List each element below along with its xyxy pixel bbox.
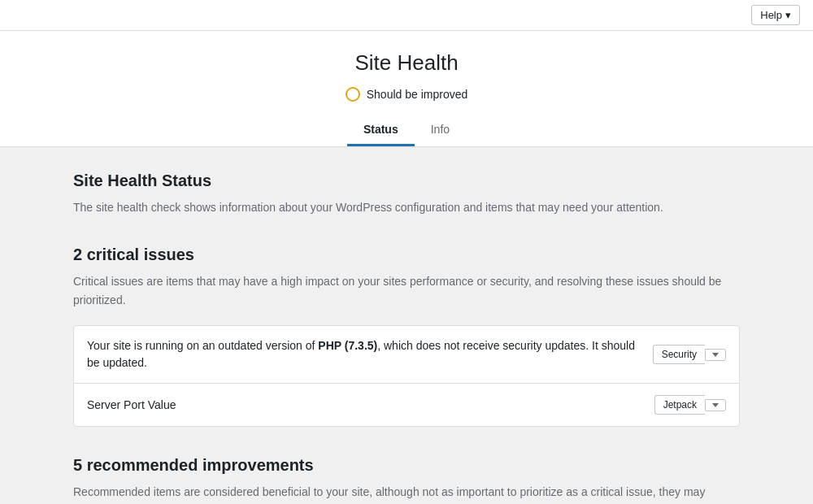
main-content: Site Health Status The site health check… xyxy=(57,147,756,504)
critical-issues-section: 2 critical issues Critical issues are it… xyxy=(73,245,740,427)
expand-button-php[interactable] xyxy=(705,349,726,361)
critical-issues-list: Your site is running on an outdated vers… xyxy=(73,325,740,427)
expand-button-server-port[interactable] xyxy=(705,399,726,411)
page-title: Site Health xyxy=(0,50,813,76)
tag-badge-jetpack: Jetpack xyxy=(654,395,705,415)
chevron-down-icon-2 xyxy=(712,403,719,407)
issue-text-php: Your site is running on an outdated vers… xyxy=(87,337,653,371)
site-health-status-section: Site Health Status The site health check… xyxy=(73,172,740,216)
help-chevron-icon: ▾ xyxy=(785,9,791,21)
top-bar: Help ▾ xyxy=(0,0,813,31)
help-label: Help xyxy=(760,9,782,21)
tab-status[interactable]: Status xyxy=(347,115,415,146)
status-indicator: Should be improved xyxy=(0,87,813,102)
issue-item-server-port: Server Port Value Jetpack xyxy=(74,384,739,426)
help-button[interactable]: Help ▾ xyxy=(751,5,800,25)
status-text: Should be improved xyxy=(367,88,468,101)
site-health-status-title: Site Health Status xyxy=(73,172,740,190)
recommended-title: 5 recommended improvements xyxy=(73,456,740,475)
critical-issues-title: 2 critical issues xyxy=(73,245,740,264)
tab-info[interactable]: Info xyxy=(415,115,466,146)
recommended-desc: Recommended items are considered benefic… xyxy=(73,483,740,504)
recommended-section: 5 recommended improvements Recommended i… xyxy=(73,456,740,504)
tabs-nav: Status Info xyxy=(0,115,813,146)
issue-item-php: Your site is running on an outdated vers… xyxy=(74,326,739,384)
status-circle-icon xyxy=(346,87,360,102)
issue-actions-php: Security xyxy=(653,345,726,364)
issue-actions-server-port: Jetpack xyxy=(654,395,726,415)
critical-issues-desc: Critical issues are items that may have … xyxy=(73,272,740,309)
header-section: Site Health Should be improved Status In… xyxy=(0,31,813,147)
issue-text-server-port: Server Port Value xyxy=(87,397,654,414)
chevron-down-icon xyxy=(712,353,719,357)
site-health-status-desc: The site health check shows information … xyxy=(73,198,740,216)
tag-badge-security-php: Security xyxy=(653,345,705,364)
